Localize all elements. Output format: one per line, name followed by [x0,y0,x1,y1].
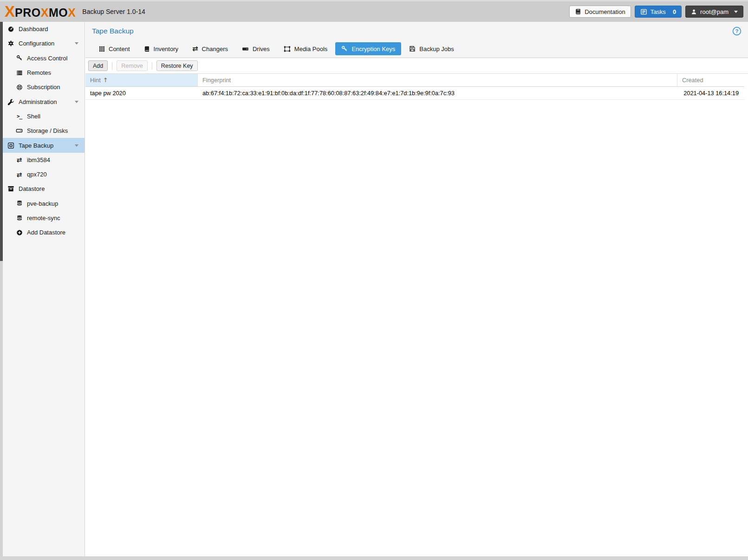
gears-icon [7,40,15,47]
bottom-statusbar [0,556,748,560]
exchange-icon: ⇄ [15,156,24,163]
sidebar-item-shell[interactable]: >_ Shell [3,109,85,124]
database-icon [15,200,24,207]
task-list-icon [640,8,647,15]
table-header-row: Hint ↑ Fingerprint Created [85,74,744,87]
save-icon [409,46,416,52]
page-title: Tape Backup [92,27,134,35]
sidebar-item-administration[interactable]: Administration [3,94,85,109]
cell-hint: tape pw 2020 [85,87,198,99]
sidebar-item-ibm3584[interactable]: ⇄ ibm3584 [3,153,85,167]
svg-text:?: ? [735,28,738,34]
tab-changers[interactable]: ⇄ Changers [186,42,234,55]
sidebar-item-subscription[interactable]: Subscription [3,80,85,94]
encryption-keys-table: Hint ↑ Fingerprint Created tape pw 2020 … [85,74,744,100]
sidebar-item-remotes[interactable]: Remotes [3,65,85,80]
main-panel: Tape Backup ? Content Inventory ⇄ Change… [85,22,748,556]
exchange-icon: ⇄ [15,171,24,178]
toolbar: Add Remove Restore Key [85,58,748,74]
plus-circle-icon [15,229,24,236]
toolbar-separator [112,62,112,70]
column-header-hint[interactable]: Hint ↑ [85,74,198,86]
tab-drives[interactable]: Drives [236,42,276,55]
list-icon [15,70,24,76]
user-icon [691,9,697,15]
add-button[interactable]: Add [88,60,108,71]
sidebar-item-qpx720[interactable]: ⇄ qpx720 [3,167,85,182]
sidebar-item-storage-disks[interactable]: Storage / Disks [3,124,85,138]
chevron-down-icon[interactable] [75,144,78,147]
proxmox-logo: X PROXMOX [5,3,76,20]
sidebar-item-remote-sync[interactable]: remote-sync [3,211,85,225]
tab-bar: Content Inventory ⇄ Changers Drives [93,42,741,58]
chevron-down-icon[interactable] [75,42,78,45]
app-header: X PROXMOX Backup Server 1.0-14 Documenta… [0,0,748,22]
chevron-down-icon[interactable] [75,101,78,103]
tab-backup-jobs[interactable]: Backup Jobs [403,42,460,55]
tab-media-pools[interactable]: Media Pools [278,42,334,55]
exchange-icon: ⇄ [192,46,198,52]
sidebar-item-datastore[interactable]: Datastore [3,182,85,196]
sidebar-item-pve-backup[interactable]: pve-backup [3,196,85,211]
database-icon [15,215,24,221]
sidebar-item-configuration[interactable]: Configuration [3,36,85,51]
book-icon [144,46,150,52]
user-menu-button[interactable]: root@pam [685,6,743,18]
logo-wordmark: PROXMOX [15,6,76,20]
sidebar-item-access-control[interactable]: Access Control [3,51,85,65]
tasks-count-badge: 0 [673,8,676,15]
sidebar-item-add-datastore[interactable]: Add Datastore [3,225,85,240]
logo-x-icon: X [5,3,14,20]
column-header-fingerprint[interactable]: Fingerprint [198,74,677,86]
key-icon [341,46,348,52]
hdd-icon [15,127,24,134]
cell-created: 2021-04-13 16:14:19 [677,87,744,99]
documentation-button[interactable]: Documentation [569,6,631,18]
sidebar-item-tape-backup[interactable]: Tape Backup [3,138,85,152]
sort-ascending-icon: ↑ [103,77,108,84]
book-icon [575,8,581,15]
restore-key-button[interactable]: Restore Key [156,60,198,71]
key-icon [15,55,24,61]
tab-inventory[interactable]: Inventory [138,42,184,55]
cell-fingerprint: ab:67:f4:1b:72:ca:33:e1:91:bf:0b:da:df:1… [198,87,677,99]
life-ring-icon [15,84,24,91]
archive-icon [7,185,15,192]
hdd-icon [242,46,249,52]
terminal-icon: >_ [15,113,24,119]
wrench-icon [7,98,15,105]
toolbar-separator [152,62,152,70]
tasks-button[interactable]: Tasks 0 [635,6,682,18]
sidebar: Dashboard Configuration Access Control R… [0,22,85,556]
tab-content[interactable]: Content [93,42,136,55]
remove-button[interactable]: Remove [117,60,148,71]
dashboard-icon [7,26,15,33]
th-grid-icon [99,46,105,52]
column-header-created[interactable]: Created [677,74,744,86]
table-row[interactable]: tape pw 2020 ab:67:f4:1b:72:ca:33:e1:91:… [85,87,744,100]
tab-encryption-keys[interactable]: Encryption Keys [335,42,401,55]
help-icon[interactable]: ? [732,26,741,36]
sidebar-item-dashboard[interactable]: Dashboard [3,22,85,36]
tape-icon [7,142,15,149]
chevron-down-icon [734,11,738,13]
app-title: Backup Server 1.0-14 [82,8,145,15]
object-group-icon [284,46,291,52]
